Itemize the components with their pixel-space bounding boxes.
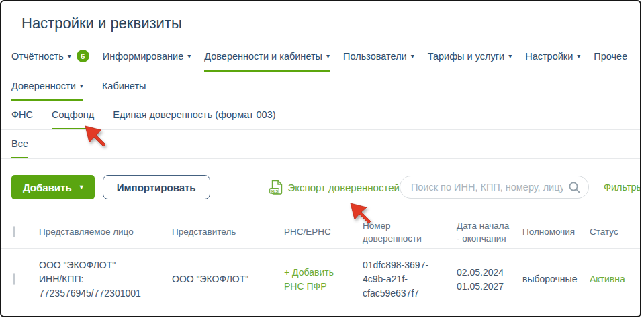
cell-represented: ООО "ЭКОФЛОТ" ИНН/КПП: 7723576945/772301… [39, 258, 172, 301]
export-poa-label: Экспорт доверенностей [288, 182, 400, 193]
add-rns-pfr-link[interactable]: + Добавить РНС ПФР [284, 266, 363, 294]
col-header-status: Статус [590, 226, 628, 238]
tab-settings[interactable]: Настройки ▾ [525, 42, 580, 72]
tab-label: Все [11, 138, 28, 149]
tab-cabinets[interactable]: Кабинеты [102, 72, 146, 101]
tab-label: Доверенности [11, 81, 76, 91]
cell-dates: 02.05.2024 01.05.2027 [457, 266, 522, 294]
svg-text:XLS: XLS [271, 189, 278, 193]
tab-powers-of-attorney[interactable]: Доверенности ▾ [11, 72, 83, 101]
export-poa-link[interactable]: XLS Экспорт доверенностей [269, 180, 400, 195]
col-header-dates: Дата начала - окончания [457, 220, 522, 244]
col-header-powers: Полномочия [522, 226, 590, 238]
table-header-row: Представляемое лицо Представитель РНС/ЕР… [1, 217, 640, 249]
app-window: Настройки и реквизиты Отчётность ▾ 6 Инф… [0, 0, 641, 317]
xls-file-icon: XLS [269, 180, 283, 195]
col-header-representative: Представитель [172, 226, 284, 238]
tab-label: ФНС [11, 109, 33, 120]
tab-label: Кабинеты [102, 81, 146, 91]
add-button[interactable]: Добавить ▾ [11, 175, 95, 199]
tab-tariffs-services[interactable]: Тарифы и услуги ▾ [428, 42, 512, 72]
represented-inn-kpp-value: 7723576945/772301001 [39, 286, 163, 301]
chevron-down-icon: ▾ [80, 83, 83, 89]
table-row[interactable]: ООО "ЭКОФЛОТ" ИНН/КПП: 7723576945/772301… [1, 249, 640, 311]
red-arrow-pointer [349, 202, 375, 227]
tab-label: Пользователи [343, 51, 407, 62]
tab-label: Отчётность [11, 51, 64, 62]
search-input[interactable] [400, 176, 589, 199]
date-start: 02.05.2024 [457, 266, 513, 280]
tab-users[interactable]: Пользователи ▾ [343, 42, 414, 72]
tab-unified-poa-format-003[interactable]: Единая доверенность (формат 003) [113, 101, 275, 129]
col-header-rns: РНС/ЕРНС [284, 226, 363, 238]
cell-powers: выборочные [522, 272, 590, 286]
tab-all[interactable]: Все [11, 130, 28, 158]
represented-inn-kpp-label: ИНН/КПП: [39, 272, 163, 286]
date-end: 01.05.2027 [457, 280, 513, 294]
chevron-down-icon: ▾ [577, 53, 580, 60]
chevron-down-icon: ▾ [326, 53, 330, 60]
tab-label: Доверенности и кабинеты [204, 51, 322, 62]
import-button[interactable]: Импортировать [103, 175, 210, 199]
red-arrow-pointer [84, 125, 109, 150]
tab-label: Тарифы и услуги [428, 51, 504, 62]
status-badge: Активна [590, 272, 635, 286]
tab-label: Информирование [103, 51, 183, 62]
search-icon [568, 181, 581, 194]
represented-name: ООО "ЭКОФЛОТ" [39, 258, 163, 272]
col-header-number: Номер доверенности [363, 220, 457, 244]
tab-fns[interactable]: ФНС [11, 101, 33, 129]
search-box [400, 176, 589, 199]
tab-label: Соцфонд [52, 109, 94, 120]
cell-poa-number: 01dfc898-3697-4c9b-a21f-cfac59e637f7 [363, 258, 457, 301]
row-select-checkbox[interactable] [13, 273, 15, 285]
tab-informing[interactable]: Информирование ▾ [103, 42, 191, 72]
select-all-checkbox[interactable] [13, 226, 15, 237]
tab-label: Настройки [525, 51, 573, 62]
col-header-represented: Представляемое лицо [39, 226, 172, 238]
section-tab-bar: Доверенности ▾ Кабинеты [1, 72, 640, 101]
chevron-down-icon: ▾ [68, 53, 71, 60]
tab-powers-of-attorney-and-cabinets[interactable]: Доверенности и кабинеты ▾ [204, 42, 330, 72]
tab-label: Единая доверенность (формат 003) [113, 109, 275, 120]
toolbar: Добавить ▾ Импортировать XLS Экспорт дов… [11, 175, 630, 199]
cell-representative: ООО "ЭКОФЛОТ" [172, 272, 284, 286]
tab-label: Прочее [594, 51, 627, 62]
filters-label: Фильтры [604, 182, 641, 193]
chevron-down-icon: ▾ [187, 53, 191, 60]
filters-button[interactable]: Фильтры [604, 182, 641, 193]
tab-reporting[interactable]: Отчётность ▾ 6 [11, 42, 89, 72]
add-button-label: Добавить [23, 182, 72, 193]
main-tab-bar: Отчётность ▾ 6 Информирование ▾ Доверенн… [1, 42, 640, 72]
page-title: Настройки и реквизиты [1, 1, 640, 42]
poa-table: Представляемое лицо Представитель РНС/ЕР… [1, 217, 640, 311]
tab-other[interactable]: Прочее [594, 42, 627, 72]
reporting-count-badge: 6 [77, 50, 89, 62]
chevron-down-icon: ▾ [80, 184, 83, 191]
chevron-down-icon: ▾ [508, 53, 512, 60]
chevron-down-icon: ▾ [411, 53, 414, 60]
